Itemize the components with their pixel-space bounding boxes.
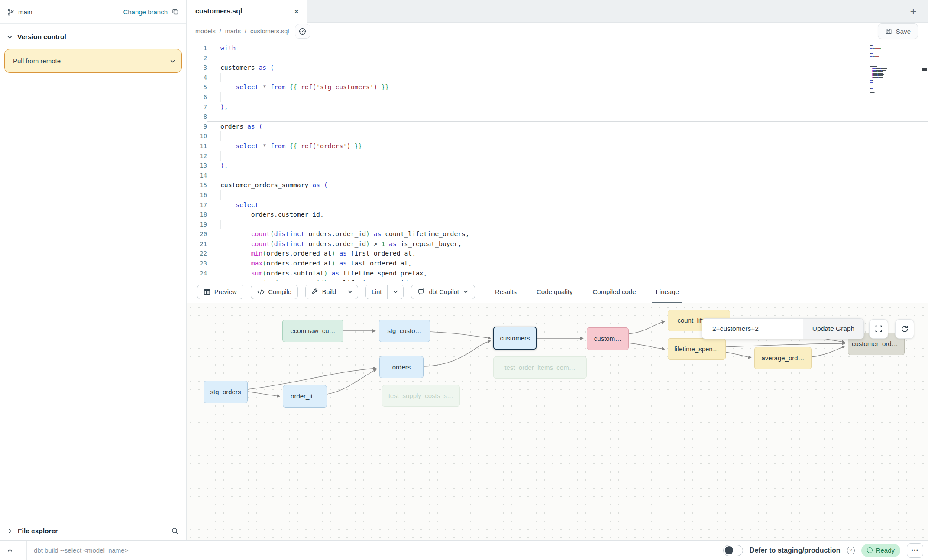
code-line[interactable]: 16 [187,190,928,200]
lineage-edge-orders-to-customers [424,341,491,366]
tab-compiled-code[interactable]: Compiled code [592,281,636,303]
code-line[interactable]: 20 count(distinct orders.order_id) as co… [187,229,928,239]
code-icon [257,289,265,295]
breadcrumb-part[interactable]: marts [225,28,241,35]
lineage-node-ecom-raw-customers[interactable]: ecom.raw_cu… [282,320,343,342]
copy-icon[interactable] [171,8,179,16]
pull-from-remote-label[interactable]: Pull from remote [5,49,164,72]
lineage-edge-lifetime-spend-to-average-order [726,352,751,358]
code-line[interactable]: 17 select [187,200,928,210]
code-line[interactable]: 4 [187,73,928,83]
git-branch-icon [7,8,14,16]
lineage-node-stg-customers[interactable]: stg_custo… [379,320,430,342]
close-icon[interactable]: ✕ [294,8,299,15]
tab-lineage[interactable]: Lineage [656,281,679,303]
lineage-edge-customers-semantic-to-count-lifetime [629,321,665,334]
code-line[interactable]: 21 count(distinct orders.order_id) > 1 a… [187,239,928,249]
app-window: main Change branch Version control Pull … [0,0,928,560]
compile-button[interactable]: Compile [251,285,298,299]
lineage-node-stg-orders[interactable]: stg_orders [204,381,248,403]
fullscreen-button[interactable] [869,319,888,339]
build-label: Build [322,288,336,295]
more-options-button[interactable]: ••• [907,543,923,558]
pull-dropdown-toggle[interactable] [164,49,181,72]
lineage-node-lifetime-spend[interactable]: lifetime_spen… [668,338,726,360]
lineage-node-customers[interactable]: customers [493,327,537,350]
copilot-icon [417,288,425,295]
build-button[interactable]: Build [306,285,342,299]
version-control-header[interactable]: Version control [0,24,186,42]
dbt-copilot-button[interactable]: dbt Copilot [411,285,475,299]
change-branch-link[interactable]: Change branch [123,8,168,16]
breadcrumb-part[interactable]: customers.sql [250,28,289,35]
save-button[interactable]: Save [878,23,918,39]
lineage-node-order-items[interactable]: order_it… [283,385,327,408]
lint-label: Lint [372,288,382,295]
code-line[interactable]: 5 select * from {{ ref('stg_customers') … [187,82,928,92]
tab-results[interactable]: Results [495,281,517,303]
defer-toggle[interactable] [723,545,743,556]
lineage-edge-lifetime-spend-to-customer-orders [726,343,845,347]
status-bar-right: Defer to staging/production ? Ready ••• [723,543,928,558]
code-line[interactable]: 22 min(orders.ordered_at) as first_order… [187,249,928,259]
status-badge: Ready [861,544,900,557]
code-line[interactable]: 13), [187,161,928,171]
code-editor[interactable]: 1with23customers as (45 select * from {{… [187,40,928,281]
tab-title: customers.sql [195,7,242,15]
lineage-node-average-order[interactable]: average_ord… [754,347,812,369]
help-icon[interactable]: ? [847,547,855,554]
preview-button[interactable]: Preview [197,285,243,299]
code-line[interactable]: 7), [187,102,928,112]
code-line[interactable]: 2 [187,53,928,63]
lineage-node-test-supply-costs[interactable]: test_supply_costs_s… [382,385,460,407]
lint-button[interactable]: Lint [366,285,388,299]
code-line[interactable]: 1with [187,43,928,53]
file-explorer-label: File explorer [18,527,58,535]
ready-dot-icon [867,547,873,553]
status-bar: dbt build --select <model_name> Defer to… [0,540,928,560]
editor-scrollbar-thumb[interactable] [922,68,927,71]
search-icon[interactable] [171,527,179,535]
build-split-button[interactable]: Build [305,285,358,299]
code-line[interactable]: 24 sum(orders.subtotal) as lifetime_spen… [187,269,928,278]
code-line[interactable]: 10 [187,131,928,141]
lineage-node-test-order-items[interactable]: test_order_items_com… [493,356,587,379]
code-line[interactable]: 11 select * from {{ ref('orders') }} [187,141,928,151]
update-graph-button[interactable]: Update Graph [803,319,863,339]
command-input[interactable]: dbt build --select <model_name> [34,547,128,554]
wrench-icon [311,288,318,295]
code-line[interactable]: 8 [187,112,928,122]
lineage-node-orders[interactable]: orders [379,356,424,378]
code-line[interactable]: 18 orders.customer_id, [187,210,928,220]
main-row: main Change branch Version control Pull … [0,0,928,540]
code-line[interactable]: 9orders as ( [187,122,928,132]
lineage-search-input[interactable]: 2+customers+2 [702,319,803,339]
file-explorer-header[interactable]: File explorer [0,521,186,540]
breadcrumb-part[interactable]: models [195,28,216,35]
command-bar-expand-button[interactable] [0,541,27,560]
explore-lineage-button[interactable] [295,24,310,39]
code-line[interactable]: 6 [187,92,928,102]
refresh-button[interactable] [895,319,914,339]
lint-split-button[interactable]: Lint [365,285,404,299]
chevron-down-icon [170,58,176,64]
lineage-canvas[interactable]: ecom.raw_cu…stg_custo…customerscustom…co… [187,303,928,541]
chevron-down-icon [393,289,398,295]
lint-dropdown-toggle[interactable] [388,285,403,299]
code-line[interactable]: 19 [187,220,928,230]
code-line[interactable]: 23 max(orders.ordered_at) as last_ordere… [187,259,928,269]
tab-code-quality[interactable]: Code quality [537,281,572,303]
tab-customers-sql[interactable]: customers.sql ✕ [187,0,307,23]
lineage-node-customers-semantic[interactable]: custom… [587,327,629,350]
branch-row: main Change branch [0,0,186,24]
code-line[interactable]: 15customer_orders_summary as ( [187,180,928,190]
code-line[interactable]: 12 [187,151,928,161]
editor-minimap[interactable] [870,42,902,93]
build-dropdown-toggle[interactable] [342,285,358,299]
chevron-down-icon [7,34,13,40]
new-tab-button[interactable]: + [906,4,920,18]
sidebar-spacer [0,73,186,521]
code-line[interactable]: 3customers as ( [187,63,928,73]
pull-from-remote-button[interactable]: Pull from remote [4,49,182,73]
code-line[interactable]: 14 [187,171,928,181]
